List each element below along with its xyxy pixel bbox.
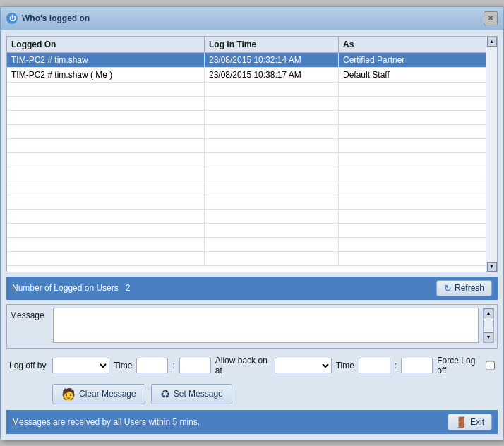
cell-login-time xyxy=(205,139,339,152)
cell-logged-on: TIM-PC2 # tim.shaw ( Me ) xyxy=(7,68,205,82)
table-row[interactable] xyxy=(7,252,486,266)
msg-scroll-track[interactable] xyxy=(484,318,493,332)
cell-as xyxy=(339,111,486,124)
scroll-up-arrow[interactable]: ▲ xyxy=(487,37,497,47)
clear-message-button[interactable]: 🧑 Clear Message xyxy=(52,384,145,404)
cell-as: Certified Partner xyxy=(339,53,486,67)
cell-as xyxy=(339,195,486,209)
table-row[interactable] xyxy=(7,167,486,181)
force-label: Force Log off xyxy=(437,356,481,375)
cell-as xyxy=(339,97,486,110)
logoff-select[interactable] xyxy=(52,358,109,373)
cell-login-time xyxy=(205,181,339,195)
cell-logged-on xyxy=(7,238,205,251)
cell-login-time xyxy=(205,195,339,209)
scroll-down-arrow[interactable]: ▼ xyxy=(487,262,497,272)
logoff-label: Log off by xyxy=(9,361,48,370)
table-row[interactable] xyxy=(7,125,486,139)
cell-logged-on xyxy=(7,83,205,96)
cell-as xyxy=(339,167,486,181)
table-container: Logged On Log in Time As TIM-PC2 # tim.s… xyxy=(6,36,498,272)
time-label: Time xyxy=(114,361,132,370)
cell-logged-on xyxy=(7,111,205,124)
cell-login-time: 23/08/2015 10:32:14 AM xyxy=(205,53,339,67)
cell-logged-on xyxy=(7,252,205,265)
table-main: Logged On Log in Time As TIM-PC2 # tim.s… xyxy=(7,37,486,272)
allow-time-hour[interactable] xyxy=(359,358,390,373)
cell-as: Default Staff xyxy=(339,68,486,82)
table-row[interactable] xyxy=(7,97,486,111)
power-icon: ⏻ xyxy=(6,13,18,24)
cell-as xyxy=(339,238,486,251)
cell-login-time xyxy=(205,252,339,265)
table-row[interactable] xyxy=(7,238,486,252)
cell-login-time xyxy=(205,83,339,96)
table-row[interactable] xyxy=(7,83,486,97)
allow-select[interactable] xyxy=(275,358,332,373)
cell-logged-on xyxy=(7,139,205,152)
table-row[interactable] xyxy=(7,139,486,153)
message-textarea[interactable] xyxy=(53,308,479,343)
cell-as xyxy=(339,210,486,223)
exit-icon: 🚪 xyxy=(455,416,467,428)
window-body: Logged On Log in Time As TIM-PC2 # tim.s… xyxy=(1,30,503,440)
table-row[interactable] xyxy=(7,210,486,224)
logoff-time-hour[interactable] xyxy=(136,358,168,373)
cell-logged-on xyxy=(7,224,205,237)
clear-message-label: Clear Message xyxy=(79,389,136,399)
scroll-track[interactable] xyxy=(486,47,497,262)
bottom-bar: Messages are received by all Users withi… xyxy=(6,410,498,434)
col-header-as: As xyxy=(339,37,474,52)
exit-button[interactable]: 🚪 Exit xyxy=(448,414,492,430)
message-label: Message xyxy=(10,308,49,320)
footer-text: Messages are received by all Users withi… xyxy=(12,417,200,427)
table-row[interactable]: TIM-PC2 # tim.shaw ( Me )23/08/2015 10:3… xyxy=(7,68,486,83)
refresh-button[interactable]: ↻ Refresh xyxy=(436,280,492,296)
cell-login-time xyxy=(205,111,339,124)
cell-as xyxy=(339,125,486,138)
cell-logged-on xyxy=(7,153,205,167)
cell-logged-on xyxy=(7,167,205,181)
table-row[interactable] xyxy=(7,224,486,238)
table-row[interactable]: TIM-PC2 # tim.shaw23/08/2015 10:32:14 AM… xyxy=(7,53,486,68)
cell-login-time xyxy=(205,167,339,181)
force-logoff-checkbox[interactable] xyxy=(486,361,495,370)
cell-login-time: 23/08/2015 10:38:17 AM xyxy=(205,68,339,82)
cell-login-time xyxy=(205,153,339,167)
buttons-row: 🧑 Clear Message ♻ Set Message xyxy=(6,381,498,407)
table-row[interactable] xyxy=(7,111,486,125)
title-left: ⏻ Who's logged on xyxy=(6,13,90,24)
cell-login-time xyxy=(205,125,339,138)
exit-label: Exit xyxy=(470,417,484,427)
cell-login-time xyxy=(205,224,339,237)
cell-login-time xyxy=(205,210,339,223)
cell-login-time xyxy=(205,238,339,251)
close-button[interactable]: ✕ xyxy=(484,11,498,25)
cell-as xyxy=(339,153,486,167)
cell-as xyxy=(339,139,486,152)
table-row[interactable] xyxy=(7,195,486,210)
window-title: Who's logged on xyxy=(22,13,90,23)
time-label2: Time xyxy=(336,361,354,370)
col-header-logged-on: Logged On xyxy=(7,37,205,52)
refresh-icon: ↻ xyxy=(444,283,452,294)
status-text: Number of Logged on Users 2 xyxy=(12,283,130,293)
cell-as xyxy=(339,181,486,195)
cell-logged-on xyxy=(7,195,205,209)
table-row[interactable] xyxy=(7,181,486,195)
table-row[interactable] xyxy=(7,153,486,167)
table-scrollbar[interactable]: ▲ ▼ xyxy=(486,37,497,272)
cell-logged-on xyxy=(7,125,205,138)
set-message-button[interactable]: ♻ Set Message xyxy=(151,384,232,404)
msg-scroll-down[interactable]: ▼ xyxy=(484,332,493,342)
cell-as xyxy=(339,252,486,265)
cell-as xyxy=(339,224,486,237)
allow-time-min[interactable] xyxy=(401,358,433,373)
logoff-time-min[interactable] xyxy=(179,358,211,373)
message-scrollbar[interactable]: ▲ ▼ xyxy=(483,308,494,343)
refresh-label: Refresh xyxy=(455,283,484,293)
table-header: Logged On Log in Time As xyxy=(7,37,486,53)
set-icon: ♻ xyxy=(160,387,170,401)
msg-scroll-up[interactable]: ▲ xyxy=(484,308,493,318)
table-body: TIM-PC2 # tim.shaw23/08/2015 10:32:14 AM… xyxy=(7,53,486,272)
